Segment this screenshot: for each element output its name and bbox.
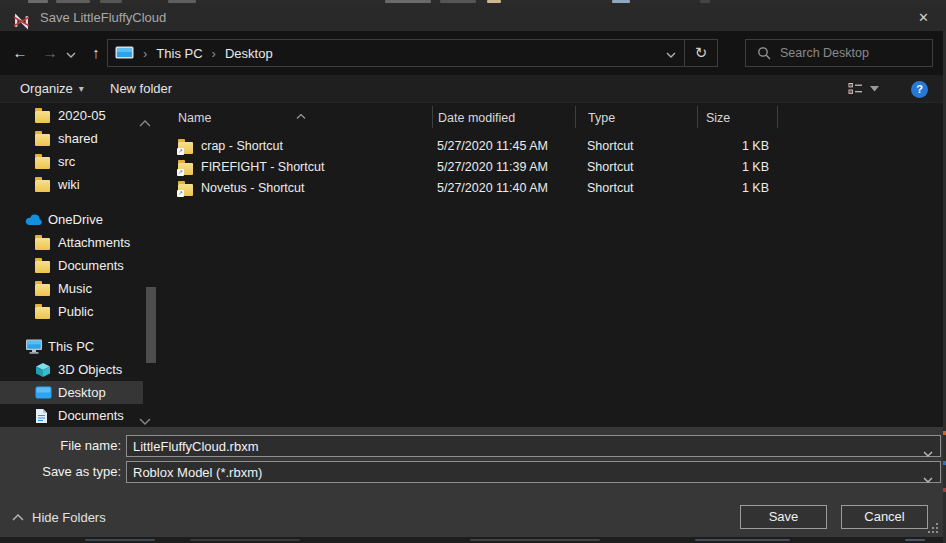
column-header-size[interactable]: Size — [697, 106, 730, 128]
sidebar-item-label: 3D Objects — [58, 362, 122, 377]
back-button[interactable]: ← — [8, 40, 32, 66]
this-pc-icon — [115, 46, 134, 60]
file-name-input[interactable] — [127, 439, 912, 454]
file-size: 1 KB — [697, 178, 769, 199]
folder-icon — [35, 281, 53, 297]
file-name: Novetus - Shortcut — [201, 178, 305, 199]
file-date-modified: 5/27/2020 11:39 AM — [437, 157, 548, 178]
shortcut-folder-icon — [178, 181, 194, 197]
address-bar[interactable]: › This PC › Desktop ↻ — [107, 39, 718, 67]
sidebar-item-label: Music — [58, 281, 92, 296]
column-header-row: Name Date modified Type Size — [160, 105, 946, 129]
breadcrumb-sep-icon: › — [212, 46, 216, 61]
close-icon[interactable]: ✕ — [901, 4, 946, 31]
new-folder-label: New folder — [110, 75, 172, 103]
chevron-down-icon[interactable] — [923, 469, 933, 487]
monitor-icon — [35, 385, 53, 401]
sidebar-scrollbar[interactable] — [146, 287, 156, 363]
sidebar-item-shared[interactable]: shared — [0, 127, 143, 150]
column-header-name[interactable]: Name — [178, 106, 211, 128]
folder-icon — [35, 235, 53, 251]
sidebar-item-label: src — [58, 154, 75, 169]
main-area: 2020-05sharedsrcwikiOneDriveAttachmentsD… — [0, 103, 946, 427]
save-dialog-window: Save LittleFluffyCloud ✕ ← → ↑ › This PC — [0, 0, 946, 543]
shortcut-folder-icon — [178, 160, 194, 176]
view-mode-button[interactable] — [840, 75, 887, 103]
recent-locations-chevron-icon[interactable] — [62, 40, 80, 66]
save-as-type-input[interactable] — [127, 465, 912, 480]
column-header-date-modified[interactable]: Date modified — [432, 106, 515, 128]
organize-label: Organize — [20, 75, 73, 103]
table-row[interactable]: FIREFIGHT - Shortcut5/27/2020 11:39 AMSh… — [160, 157, 946, 178]
novetus-app-icon — [13, 13, 30, 30]
chevron-down-icon: ▾ — [79, 75, 84, 103]
file-size: 1 KB — [697, 157, 769, 178]
folder-icon — [35, 108, 53, 124]
sidebar-item-this-pc[interactable]: This PC — [0, 335, 143, 358]
file-type: Shortcut — [587, 178, 634, 199]
refresh-icon[interactable]: ↻ — [685, 44, 717, 62]
file-size: 1 KB — [697, 136, 769, 157]
sidebar-item-music[interactable]: Music — [0, 277, 143, 300]
sidebar-item-src[interactable]: src — [0, 150, 143, 173]
address-dropdown-chevron-icon[interactable] — [658, 44, 684, 62]
save-as-type-combobox[interactable] — [126, 461, 941, 483]
sidebar-item-label: OneDrive — [48, 212, 103, 227]
search-input[interactable] — [780, 46, 920, 60]
sidebar-item-label: Documents — [58, 408, 124, 423]
file-type: Shortcut — [587, 136, 634, 157]
command-toolbar: Organize ▾ New folder ? — [0, 75, 946, 103]
help-icon[interactable]: ? — [911, 81, 928, 98]
sidebar-item-public[interactable]: Public — [0, 300, 143, 323]
chevron-down-icon[interactable] — [923, 443, 933, 461]
sidebar-item-documents[interactable]: Documents — [0, 254, 143, 277]
file-name-combobox[interactable] — [126, 435, 941, 457]
save-as-type-label: Save as type: — [0, 461, 121, 483]
sidebar-item-onedrive[interactable]: OneDrive — [0, 208, 143, 231]
sidebar-item-label: wiki — [58, 177, 80, 192]
sidebar-item-3d-objects[interactable]: 3D Objects — [0, 358, 143, 381]
hide-folders-button[interactable]: Hide Folders — [12, 505, 106, 529]
computer-icon — [25, 339, 43, 355]
folder-tree-sidebar: 2020-05sharedsrcwikiOneDriveAttachmentsD… — [0, 103, 160, 427]
column-header-blank — [777, 106, 778, 128]
cancel-button[interactable]: Cancel — [841, 505, 928, 529]
file-name-label: File name: — [0, 435, 121, 457]
sidebar-item-wiki[interactable]: wiki — [0, 173, 143, 196]
file-type: Shortcut — [587, 157, 634, 178]
chevron-down-icon — [870, 86, 879, 92]
navigation-bar: ← → ↑ › This PC › Desktop — [0, 31, 946, 75]
breadcrumb-this-pc[interactable]: This PC — [156, 46, 202, 61]
folder-icon — [35, 304, 53, 320]
table-row[interactable]: Novetus - Shortcut5/27/2020 11:40 AMShor… — [160, 178, 946, 199]
up-button[interactable]: ↑ — [84, 40, 108, 66]
sidebar-item-label: This PC — [48, 339, 94, 354]
folder-icon — [35, 154, 53, 170]
sidebar-item-label: shared — [58, 131, 98, 146]
resize-grip[interactable] — [928, 523, 930, 525]
sidebar-scroll-down-icon[interactable] — [139, 411, 155, 423]
sidebar-item-label: Documents — [58, 258, 124, 273]
hide-folders-label: Hide Folders — [32, 510, 106, 525]
window-title: Save LittleFluffyCloud — [40, 4, 166, 31]
chevron-up-icon — [12, 514, 24, 521]
save-button[interactable]: Save — [740, 505, 827, 529]
file-date-modified: 5/27/2020 11:40 AM — [437, 178, 548, 199]
new-folder-button[interactable]: New folder — [102, 75, 180, 103]
shortcut-folder-icon — [178, 139, 194, 155]
column-header-type[interactable]: Type — [575, 106, 615, 128]
sidebar-scroll-up-icon[interactable] — [139, 113, 155, 125]
breadcrumb-desktop[interactable]: Desktop — [225, 46, 273, 61]
organize-button[interactable]: Organize ▾ — [12, 75, 92, 103]
folder-icon — [35, 131, 53, 147]
sidebar-item-documents[interactable]: Documents — [0, 404, 143, 427]
forward-button[interactable]: → — [38, 40, 62, 66]
search-box[interactable] — [745, 39, 933, 67]
breadcrumb-sep-icon: › — [143, 46, 147, 61]
table-row[interactable]: crap - Shortcut5/27/2020 11:45 AMShortcu… — [160, 136, 946, 157]
sidebar-item-label: Desktop — [58, 385, 106, 400]
sidebar-item-desktop[interactable]: Desktop — [0, 381, 143, 404]
sidebar-item-attachments[interactable]: Attachments — [0, 231, 143, 254]
sidebar-item-2020-05[interactable]: 2020-05 — [0, 104, 143, 127]
file-date-modified: 5/27/2020 11:45 AM — [437, 136, 548, 157]
